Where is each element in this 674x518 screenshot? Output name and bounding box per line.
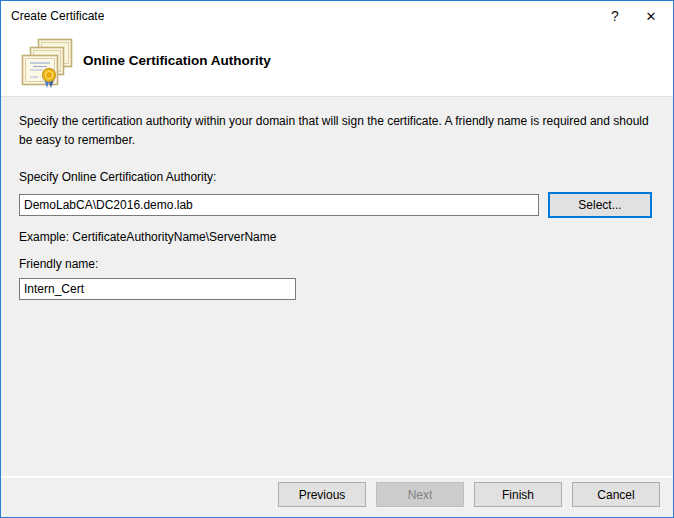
ca-field-label: Specify Online Certification Authority: <box>19 170 655 184</box>
ca-input[interactable] <box>19 194 539 216</box>
help-icon[interactable]: ? <box>597 1 633 31</box>
certificates-icon <box>21 38 73 90</box>
next-button: Next <box>376 482 464 507</box>
create-certificate-dialog: Create Certificate ? ✕ <box>0 0 674 518</box>
friendly-name-label: Friendly name: <box>19 257 655 271</box>
cancel-button[interactable]: Cancel <box>572 482 660 507</box>
select-button[interactable]: Select... <box>548 192 652 218</box>
wizard-header: Online Certification Authority <box>1 31 673 97</box>
wizard-content: Specify the certification authority with… <box>1 97 673 476</box>
finish-button[interactable]: Finish <box>474 482 562 507</box>
ca-input-row: Select... <box>19 192 655 218</box>
page-title: Online Certification Authority <box>83 53 271 68</box>
close-icon[interactable]: ✕ <box>633 1 669 31</box>
title-bar: Create Certificate ? ✕ <box>1 1 673 31</box>
example-text: Example: CertificateAuthorityName\Server… <box>19 230 655 244</box>
friendly-name-input[interactable] <box>19 278 296 300</box>
wizard-footer: Previous Next Finish Cancel <box>1 476 673 517</box>
previous-button[interactable]: Previous <box>278 482 366 507</box>
window-title: Create Certificate <box>1 9 597 23</box>
page-description: Specify the certification authority with… <box>19 112 655 149</box>
